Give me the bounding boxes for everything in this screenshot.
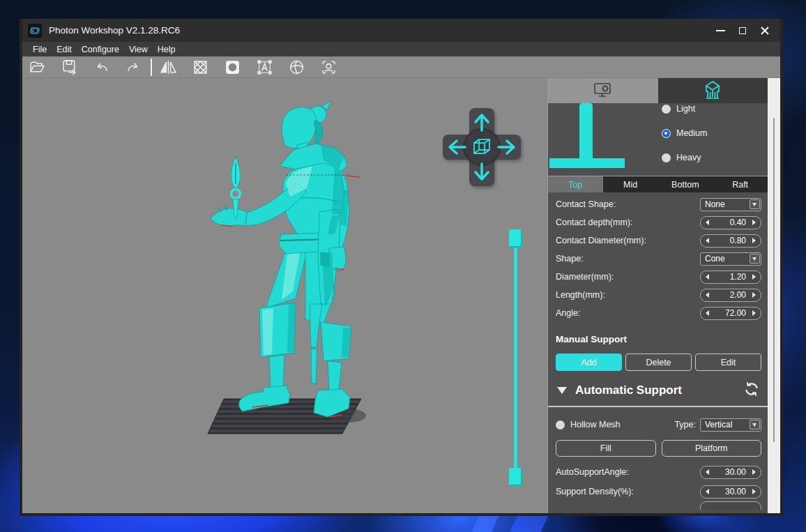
contact-depth-stepper[interactable]: 0.40 xyxy=(700,216,761,229)
title-bar[interactable]: Photon Workshop V2.1.28.RC6 xyxy=(22,19,780,42)
field-label: Contact Shape: xyxy=(556,199,616,209)
maximize-button[interactable] xyxy=(731,22,754,40)
chevron-down-icon xyxy=(752,203,756,206)
save-file-button[interactable] xyxy=(60,58,78,76)
diameter-stepper[interactable]: 1.20 xyxy=(700,271,761,284)
automatic-support-fields: AutoSupportAngle: 30.00 Support Density(… xyxy=(548,457,768,510)
dropdown-value: Vertical xyxy=(701,420,750,430)
tab-raft[interactable]: Raft xyxy=(713,176,768,192)
tab-bottom[interactable]: Bottom xyxy=(658,176,713,192)
triangle-down-icon[interactable] xyxy=(557,387,567,394)
density-option-heavy[interactable]: Heavy xyxy=(662,152,701,163)
length-row: Length(mm): 2.00 xyxy=(548,286,768,304)
support-section-tabs: Top Mid Bottom Raft xyxy=(548,176,768,192)
arrow-down-icon[interactable] xyxy=(476,164,488,179)
z-slider-top-handle[interactable] xyxy=(509,229,522,248)
menu-bar: File Edit Configure View Help xyxy=(22,42,780,56)
menu-configure[interactable]: Configure xyxy=(78,45,123,54)
3d-viewport[interactable] xyxy=(22,78,547,513)
mirror-button[interactable] xyxy=(159,58,177,76)
type-label: Type: xyxy=(674,420,696,430)
platform-button[interactable]: Platform xyxy=(662,440,762,457)
stepper-increase-icon[interactable] xyxy=(752,469,756,475)
clipped-stepper[interactable] xyxy=(700,501,761,510)
delete-button[interactable]: Delete xyxy=(625,354,692,371)
section-divider xyxy=(548,406,768,407)
stepper-increase-icon[interactable] xyxy=(752,238,756,243)
z-clip-slider[interactable] xyxy=(509,229,522,486)
chevron-down-icon xyxy=(752,423,756,427)
stepper-increase-icon[interactable] xyxy=(752,489,756,494)
machine-settings-tab[interactable] xyxy=(548,78,658,103)
undo-button[interactable] xyxy=(92,58,110,76)
stepper-increase-icon[interactable] xyxy=(752,274,756,280)
contact-diameter-stepper[interactable]: 0.80 xyxy=(700,234,761,248)
contact-diameter-row: Contact Diameter(mm): 0.80 xyxy=(548,231,768,250)
stepper-increase-icon[interactable] xyxy=(752,310,756,316)
dropdown-button[interactable] xyxy=(750,199,760,209)
density-option-medium[interactable]: Medium xyxy=(662,128,707,139)
contact-shape-row: Contact Shape: None xyxy=(548,195,768,213)
face-scan-icon xyxy=(320,59,337,76)
stepper-value: 30.00 xyxy=(709,487,752,496)
close-button[interactable] xyxy=(754,22,776,40)
menu-edit[interactable]: Edit xyxy=(53,45,75,54)
angle-stepper[interactable]: 72.00 xyxy=(700,307,761,320)
dropdown-button[interactable] xyxy=(750,254,760,264)
tab-mid[interactable]: Mid xyxy=(603,176,658,192)
auto-support-angle-row: AutoSupportAngle: 30.00 xyxy=(548,462,768,482)
add-button[interactable]: Add xyxy=(556,354,622,371)
text-button[interactable] xyxy=(255,58,273,76)
save-file-icon xyxy=(61,59,78,76)
view-navigation-control[interactable] xyxy=(442,107,522,187)
stepper-increase-icon[interactable] xyxy=(752,220,756,225)
arrow-right-icon[interactable] xyxy=(499,141,514,153)
minimize-button[interactable] xyxy=(709,22,731,40)
support-preview-base xyxy=(549,158,625,168)
density-option-light[interactable]: Light xyxy=(662,103,695,114)
support-fields: Contact Shape: None Contact depth(mm): 0… xyxy=(548,192,768,322)
dropdown-value: Cone xyxy=(701,254,750,264)
dropdown-button[interactable] xyxy=(750,420,760,430)
split-button[interactable] xyxy=(287,58,305,76)
open-file-button[interactable] xyxy=(28,58,46,76)
z-slider-bottom-handle[interactable] xyxy=(509,468,522,486)
stepper-increase-icon[interactable] xyxy=(752,292,756,298)
scrollbar-thumb[interactable] xyxy=(773,118,775,442)
shape-row: Shape: Cone xyxy=(548,250,768,268)
dig-hole-button[interactable] xyxy=(223,58,241,76)
field-label: Diameter(mm): xyxy=(556,272,614,282)
radio-icon xyxy=(662,153,671,162)
figurine-model[interactable] xyxy=(211,101,360,417)
length-stepper[interactable]: 2.00 xyxy=(700,289,761,302)
type-dropdown[interactable]: Vertical xyxy=(700,418,761,432)
z-slider-track xyxy=(514,236,517,479)
hollow-mesh-radio[interactable] xyxy=(556,420,565,430)
face-scan-button[interactable] xyxy=(319,58,337,76)
tab-top[interactable]: Top xyxy=(548,176,603,192)
arrow-left-icon[interactable] xyxy=(450,141,465,153)
split-icon xyxy=(288,59,305,76)
menu-help[interactable]: Help xyxy=(154,45,179,54)
menu-view[interactable]: View xyxy=(126,45,151,54)
shape-dropdown[interactable]: Cone xyxy=(700,252,761,266)
redo-button[interactable] xyxy=(124,58,142,76)
open-file-icon xyxy=(29,59,46,76)
undo-icon xyxy=(93,59,110,76)
panel-scrollbar[interactable] xyxy=(768,78,780,513)
mirror-icon xyxy=(160,59,177,76)
field-label: Angle: xyxy=(556,308,580,318)
hollow-button[interactable] xyxy=(191,58,209,76)
support-density-stepper[interactable]: 30.00 xyxy=(700,485,761,499)
support-preview-pillar xyxy=(579,103,593,160)
auto-support-angle-stepper[interactable]: 30.00 xyxy=(700,466,761,479)
edit-button[interactable]: Edit xyxy=(695,354,761,371)
refresh-supports-button[interactable] xyxy=(743,381,760,400)
arrow-up-icon[interactable] xyxy=(476,115,488,130)
fill-button[interactable]: Fill xyxy=(556,440,656,457)
menu-file[interactable]: File xyxy=(29,45,50,54)
field-label: Contact depth(mm): xyxy=(556,218,632,227)
automatic-support-header[interactable]: Automatic Support xyxy=(548,371,768,406)
contact-shape-dropdown[interactable]: None xyxy=(700,198,761,211)
support-settings-tab[interactable] xyxy=(658,78,768,103)
